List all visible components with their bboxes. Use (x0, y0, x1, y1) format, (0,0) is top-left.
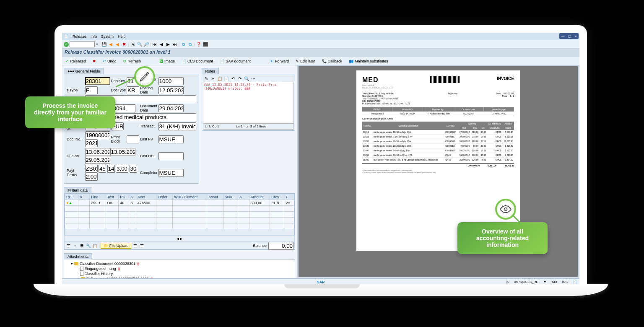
notes-edit-icon[interactable]: ✎ (203, 75, 209, 81)
last-page-icon[interactable]: ⏭ (172, 42, 178, 47)
maintain-button[interactable]: 👥Maintain substitutes (347, 59, 390, 64)
document-icon (80, 267, 83, 271)
pmntblock-field[interactable] (127, 135, 139, 143)
notes-copy-icon[interactable]: 📋 (217, 75, 223, 81)
print-icon[interactable]: 🖨 (130, 42, 136, 47)
item-tb-icon3[interactable]: ≣ (79, 243, 85, 249)
refresh-button[interactable]: ⟳Refresh (122, 59, 143, 64)
completor-field[interactable] (158, 169, 184, 177)
layout-icon[interactable]: ⬛ (203, 42, 208, 47)
due3-field[interactable] (85, 156, 110, 164)
first-page-icon[interactable]: ⏮ (152, 42, 158, 47)
sap-doc-button[interactable]: 📄SAP document (218, 59, 252, 64)
fi-item-panel: FI Item data RELR...Line TextPKA AcctOrd… (64, 185, 295, 250)
callout-overview: Overview of all accounting-related infor… (457, 222, 548, 254)
next-page-icon[interactable]: ▶ (165, 42, 171, 47)
item-tb-icon[interactable]: ☰ (65, 243, 71, 249)
item-tb-icon6[interactable]: ☰ (132, 243, 138, 249)
menu-help[interactable]: Help (118, 34, 126, 39)
tree-item[interactable]: · Eingangsrechnung 🗑 (66, 266, 293, 271)
prev-page-icon[interactable]: ◀ (158, 42, 164, 47)
table-row[interactable]: ●▲ 299 1OK 40S476500 300,00EURVA (65, 200, 294, 206)
undo-button[interactable]: ↶Undo (101, 59, 118, 64)
delete-icon[interactable]: 🗑 (117, 267, 121, 271)
forward-button[interactable]: 📧Forward (267, 59, 291, 64)
invoice-line: 13590sterile gauze swabs, 5x5cm-12ply, 1… (362, 148, 514, 153)
confirm-icon[interactable]: ✓ (64, 42, 69, 47)
pt1-field[interactable] (99, 165, 106, 173)
invpty-name-field[interactable] (111, 113, 196, 121)
find-icon[interactable]: 🔍 (137, 42, 143, 47)
item-table-wrap[interactable]: RELR...Line TextPKA AcctOrderWBS Element… (64, 193, 295, 235)
transact-field[interactable] (158, 122, 196, 130)
attachments-tab[interactable]: Attachments (64, 253, 92, 260)
doc-field[interactable] (85, 77, 110, 85)
menubar: 📄 Release Info System Help —▢× (62, 33, 579, 40)
menu-system[interactable]: System (101, 34, 114, 39)
fi-item-tab[interactable]: FI Item data (64, 187, 91, 193)
docdate-label: Document Date (140, 104, 158, 112)
exit-icon[interactable]: ◀ (114, 42, 120, 47)
new-session-icon[interactable]: ⧉ (180, 42, 186, 47)
item-tb-icon4[interactable]: 🔧 (86, 243, 91, 249)
save-icon[interactable]: 💾 (101, 42, 107, 47)
shortcut-icon[interactable]: ⧉ (187, 42, 193, 47)
released-button[interactable]: ✓Released (64, 59, 88, 64)
notes-cut-icon[interactable]: ✂ (210, 75, 216, 81)
cls-doc-button[interactable]: 📄CLS Document (180, 59, 215, 64)
tree-item[interactable]: · Classifier History (66, 271, 293, 276)
pt3-field[interactable] (116, 165, 128, 173)
pt5-field[interactable] (85, 173, 98, 181)
notes-redo-icon[interactable]: ↷ (237, 75, 243, 81)
pt2-field[interactable] (107, 165, 115, 173)
general-tab[interactable]: ●●● General Fields (64, 68, 104, 74)
highlight-pencil (134, 66, 155, 87)
file-upload-button[interactable]: 📁 File Upload (101, 243, 131, 249)
balance-label: Balance (253, 244, 267, 248)
doctype-field[interactable] (127, 86, 139, 94)
due2-field[interactable] (110, 148, 135, 156)
lastrel-field[interactable] (158, 152, 184, 160)
item-tb-icon2[interactable]: ↕ (72, 243, 78, 249)
item-tb-icon5[interactable]: 📋 (92, 243, 98, 249)
item-toolbar: ☰ ↕ ≣ 🔧 📋 | 📁 File Upload ☰ ☰ Balance (64, 242, 295, 249)
pt4-field[interactable] (130, 165, 137, 173)
edit-later-button[interactable]: ✎Edit later (294, 59, 317, 64)
reject-button[interactable]: ✖ (91, 59, 98, 64)
back-icon[interactable]: ◀ (108, 42, 114, 47)
help-icon[interactable]: ❓ (196, 42, 202, 47)
table-hscroll[interactable]: ◀ ▶ (64, 235, 295, 242)
docdate-field[interactable] (158, 104, 184, 112)
notes-tab[interactable]: Notes (202, 68, 219, 74)
due1-field[interactable] (85, 148, 110, 156)
find-next-icon[interactable]: 🔎 (143, 42, 149, 47)
menu-release[interactable]: Release (73, 34, 86, 39)
lastfv-field[interactable] (158, 135, 184, 143)
notes-content[interactable]: ### 12.05.2021 14:23:34 - Fritz Frei (FR… (203, 82, 294, 124)
transact-label: Transact. (140, 122, 158, 130)
payt-field[interactable] (85, 165, 98, 173)
notes-more-icon[interactable]: ⋯ (250, 75, 256, 81)
command-field[interactable] (70, 42, 95, 47)
stype-field[interactable] (85, 86, 98, 94)
notes-find-icon[interactable]: 🔍 (244, 75, 249, 81)
notes-paste-icon[interactable]: 📄 (223, 75, 229, 81)
docno-field[interactable] (85, 131, 110, 139)
docno-label: Doc. No. (67, 131, 84, 147)
delete-icon[interactable]: 🗑 (137, 262, 140, 266)
menu-info[interactable]: Info (91, 34, 97, 39)
tree-root[interactable]: ▾ Classifier Document 0000028301 🗑 (66, 261, 293, 266)
window-controls[interactable]: —▢× (559, 33, 579, 39)
docno-yr-field[interactable] (85, 139, 98, 147)
image-button[interactable]: 🖼Image (158, 59, 177, 64)
invoice-logo: MED (362, 76, 393, 84)
company-field[interactable] (158, 77, 184, 85)
notes-undo-icon[interactable]: ↶ (230, 75, 236, 81)
cancel-icon[interactable]: ✖ (121, 42, 127, 47)
posting-field[interactable] (158, 86, 184, 94)
callback-button[interactable]: 📞Callback (320, 59, 344, 64)
item-tb-icon7[interactable]: ☰ (139, 243, 145, 249)
balance-field (268, 242, 293, 250)
invoice-label: INVOICE (497, 76, 514, 81)
invoice-line: 13833sterile gauze swabs, 10x10cm,8ply, … (362, 139, 514, 144)
